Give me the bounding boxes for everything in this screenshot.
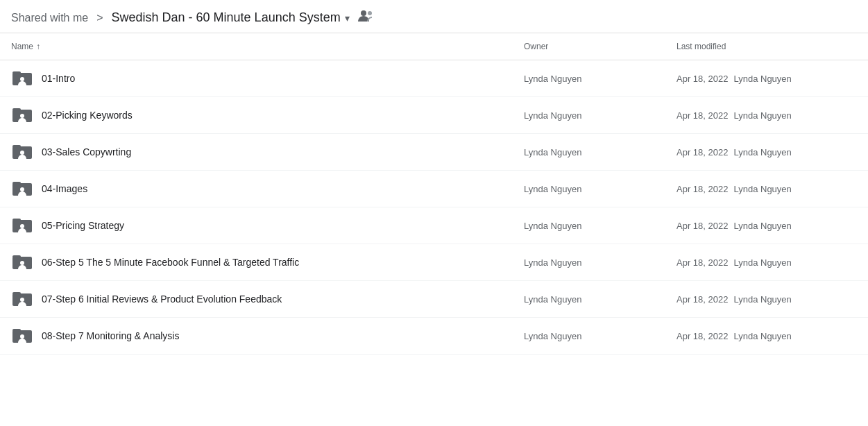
modified-by: Lynda Nguyen xyxy=(733,110,791,121)
row-file-name: 05-Pricing Strategy xyxy=(42,220,124,231)
svg-point-10 xyxy=(20,151,24,155)
table-row[interactable]: 04-Images Lynda Nguyen Apr 18, 2022 Lynd… xyxy=(0,171,868,207)
table-row[interactable]: 06-Step 5 The 5 Minute Facebook Funnel &… xyxy=(0,244,868,281)
svg-rect-12 xyxy=(12,182,21,185)
col-modified-label: Last modified xyxy=(676,42,726,51)
current-folder-label: Swedish Dan - 60 Minute Launch System xyxy=(112,10,341,25)
shared-folder-icon xyxy=(11,67,33,90)
shared-folder-icon xyxy=(11,178,33,200)
breadcrumb-shared-with-me[interactable]: Shared with me xyxy=(11,12,88,24)
svg-rect-21 xyxy=(12,292,21,295)
dropdown-icon[interactable]: ▾ xyxy=(345,12,350,24)
row-name-cell: 04-Images xyxy=(11,178,524,200)
svg-point-4 xyxy=(20,77,24,81)
modified-by: Lynda Nguyen xyxy=(733,184,791,194)
table-row[interactable]: 05-Pricing Strategy Lynda Nguyen Apr 18,… xyxy=(0,207,868,244)
col-modified-header[interactable]: Last modified xyxy=(676,42,857,51)
table-row[interactable]: 08-Step 7 Monitoring & Analysis Lynda Ng… xyxy=(0,318,868,355)
row-name-cell: 06-Step 5 The 5 Minute Facebook Funnel &… xyxy=(11,251,524,273)
modified-date: Apr 18, 2022 xyxy=(676,147,728,157)
row-name-cell: 03-Sales Copywrting xyxy=(11,141,524,163)
row-modified-cell: Apr 18, 2022 Lynda Nguyen xyxy=(676,147,857,157)
row-owner-cell: Lynda Nguyen xyxy=(524,221,676,231)
row-file-name: 04-Images xyxy=(42,183,87,194)
svg-point-1 xyxy=(368,11,372,15)
svg-point-22 xyxy=(20,298,24,302)
row-owner-cell: Lynda Nguyen xyxy=(524,147,676,157)
row-modified-cell: Apr 18, 2022 Lynda Nguyen xyxy=(676,257,857,268)
shared-folder-icon xyxy=(11,214,33,237)
row-file-name: 08-Step 7 Monitoring & Analysis xyxy=(42,330,179,341)
svg-rect-24 xyxy=(12,329,21,332)
row-file-name: 07-Step 6 Initial Reviews & Product Evol… xyxy=(42,293,282,305)
col-name-label: Name xyxy=(11,42,33,51)
table-body: 01-Intro Lynda Nguyen Apr 18, 2022 Lynda… xyxy=(0,60,868,355)
row-modified-cell: Apr 18, 2022 Lynda Nguyen xyxy=(676,331,857,341)
row-modified-cell: Apr 18, 2022 Lynda Nguyen xyxy=(676,74,857,84)
breadcrumb-separator: > xyxy=(96,12,103,24)
row-name-cell: 08-Step 7 Monitoring & Analysis xyxy=(11,325,524,347)
svg-point-25 xyxy=(20,334,24,339)
row-owner-cell: Lynda Nguyen xyxy=(524,74,676,84)
row-owner-cell: Lynda Nguyen xyxy=(524,184,676,194)
row-modified-cell: Apr 18, 2022 Lynda Nguyen xyxy=(676,221,857,231)
shared-folder-icon xyxy=(11,325,33,347)
modified-date: Apr 18, 2022 xyxy=(676,221,728,231)
file-table: Name ↑ Owner Last modified 01-Intro Lynd xyxy=(0,33,868,355)
row-name-cell: 07-Step 6 Initial Reviews & Product Evol… xyxy=(11,288,524,310)
row-owner-cell: Lynda Nguyen xyxy=(524,110,676,121)
svg-point-0 xyxy=(361,10,366,16)
svg-point-7 xyxy=(20,114,24,118)
row-file-name: 06-Step 5 The 5 Minute Facebook Funnel &… xyxy=(42,257,299,268)
row-file-name: 01-Intro xyxy=(42,73,75,84)
sort-ascending-icon: ↑ xyxy=(36,42,40,51)
col-name-header[interactable]: Name ↑ xyxy=(11,42,524,51)
modified-by: Lynda Nguyen xyxy=(733,221,791,231)
row-owner-cell: Lynda Nguyen xyxy=(524,331,676,341)
svg-rect-15 xyxy=(12,219,21,221)
svg-point-19 xyxy=(20,261,24,265)
shared-folder-icon xyxy=(11,288,33,310)
row-name-cell: 02-Picking Keywords xyxy=(11,104,524,126)
table-row[interactable]: 07-Step 6 Initial Reviews & Product Evol… xyxy=(0,281,868,318)
row-file-name: 03-Sales Copywrting xyxy=(42,146,131,157)
row-modified-cell: Apr 18, 2022 Lynda Nguyen xyxy=(676,184,857,194)
table-row[interactable]: 01-Intro Lynda Nguyen Apr 18, 2022 Lynda… xyxy=(0,60,868,97)
people-icon[interactable] xyxy=(358,10,373,26)
row-file-name: 02-Picking Keywords xyxy=(42,110,133,121)
shared-folder-icon xyxy=(11,141,33,163)
modified-by: Lynda Nguyen xyxy=(733,257,791,268)
row-modified-cell: Apr 18, 2022 Lynda Nguyen xyxy=(676,110,857,121)
row-owner-cell: Lynda Nguyen xyxy=(524,294,676,305)
col-owner-label: Owner xyxy=(524,42,548,51)
svg-rect-18 xyxy=(12,255,21,258)
svg-point-16 xyxy=(20,224,24,228)
breadcrumb-current-folder[interactable]: Swedish Dan - 60 Minute Launch System ▾ xyxy=(112,10,350,25)
row-owner-cell: Lynda Nguyen xyxy=(524,257,676,268)
table-row[interactable]: 02-Picking Keywords Lynda Nguyen Apr 18,… xyxy=(0,97,868,134)
row-name-cell: 05-Pricing Strategy xyxy=(11,214,524,237)
modified-date: Apr 18, 2022 xyxy=(676,294,728,305)
modified-date: Apr 18, 2022 xyxy=(676,331,728,341)
svg-point-13 xyxy=(20,187,24,191)
modified-by: Lynda Nguyen xyxy=(733,331,791,341)
modified-date: Apr 18, 2022 xyxy=(676,184,728,194)
svg-rect-6 xyxy=(12,108,21,111)
breadcrumb: Shared with me > Swedish Dan - 60 Minute… xyxy=(0,0,868,33)
modified-by: Lynda Nguyen xyxy=(733,147,791,157)
shared-folder-icon xyxy=(11,104,33,126)
modified-by: Lynda Nguyen xyxy=(733,74,791,84)
modified-date: Apr 18, 2022 xyxy=(676,257,728,268)
shared-folder-icon xyxy=(11,251,33,273)
modified-date: Apr 18, 2022 xyxy=(676,74,728,84)
svg-rect-3 xyxy=(12,71,21,74)
col-owner-header[interactable]: Owner xyxy=(524,42,676,51)
table-row[interactable]: 03-Sales Copywrting Lynda Nguyen Apr 18,… xyxy=(0,134,868,171)
modified-date: Apr 18, 2022 xyxy=(676,110,728,121)
row-modified-cell: Apr 18, 2022 Lynda Nguyen xyxy=(676,294,857,305)
svg-rect-9 xyxy=(12,145,21,148)
modified-by: Lynda Nguyen xyxy=(733,294,791,305)
table-header: Name ↑ Owner Last modified xyxy=(0,33,868,60)
row-name-cell: 01-Intro xyxy=(11,67,524,90)
